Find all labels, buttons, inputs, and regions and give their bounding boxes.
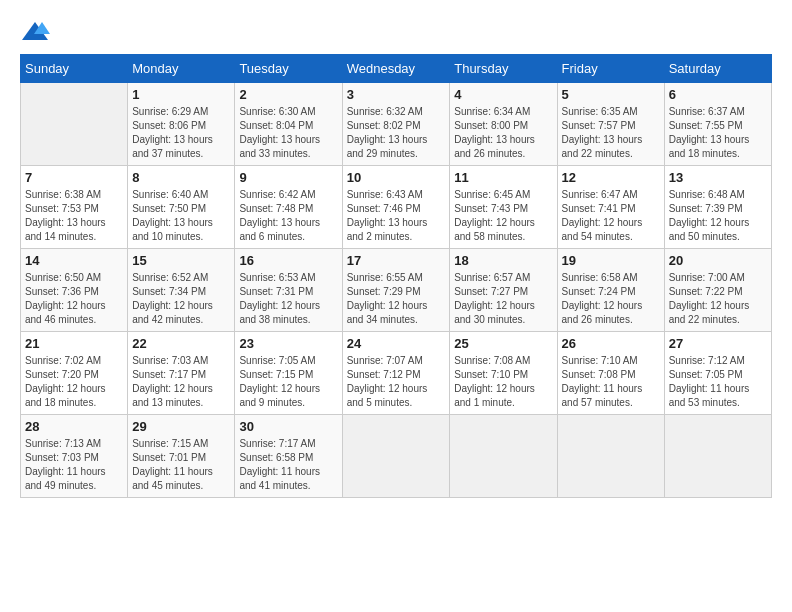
day-number: 15 xyxy=(132,253,230,268)
day-cell: 20Sunrise: 7:00 AMSunset: 7:22 PMDayligh… xyxy=(664,249,771,332)
day-cell: 18Sunrise: 6:57 AMSunset: 7:27 PMDayligh… xyxy=(450,249,557,332)
day-info: Sunrise: 7:17 AMSunset: 6:58 PMDaylight:… xyxy=(239,437,337,493)
day-info: Sunrise: 6:47 AMSunset: 7:41 PMDaylight:… xyxy=(562,188,660,244)
day-number: 8 xyxy=(132,170,230,185)
day-number: 28 xyxy=(25,419,123,434)
header-friday: Friday xyxy=(557,55,664,83)
day-number: 9 xyxy=(239,170,337,185)
day-cell: 16Sunrise: 6:53 AMSunset: 7:31 PMDayligh… xyxy=(235,249,342,332)
day-info: Sunrise: 6:35 AMSunset: 7:57 PMDaylight:… xyxy=(562,105,660,161)
day-cell xyxy=(664,415,771,498)
day-cell xyxy=(450,415,557,498)
day-info: Sunrise: 6:34 AMSunset: 8:00 PMDaylight:… xyxy=(454,105,552,161)
day-info: Sunrise: 6:37 AMSunset: 7:55 PMDaylight:… xyxy=(669,105,767,161)
day-info: Sunrise: 6:38 AMSunset: 7:53 PMDaylight:… xyxy=(25,188,123,244)
week-row-2: 7Sunrise: 6:38 AMSunset: 7:53 PMDaylight… xyxy=(21,166,772,249)
logo xyxy=(20,20,54,44)
day-number: 3 xyxy=(347,87,446,102)
day-number: 30 xyxy=(239,419,337,434)
day-number: 25 xyxy=(454,336,552,351)
calendar-table: SundayMondayTuesdayWednesdayThursdayFrid… xyxy=(20,54,772,498)
day-info: Sunrise: 6:40 AMSunset: 7:50 PMDaylight:… xyxy=(132,188,230,244)
day-info: Sunrise: 7:12 AMSunset: 7:05 PMDaylight:… xyxy=(669,354,767,410)
day-cell: 13Sunrise: 6:48 AMSunset: 7:39 PMDayligh… xyxy=(664,166,771,249)
header-wednesday: Wednesday xyxy=(342,55,450,83)
day-number: 17 xyxy=(347,253,446,268)
day-cell: 22Sunrise: 7:03 AMSunset: 7:17 PMDayligh… xyxy=(128,332,235,415)
day-info: Sunrise: 6:30 AMSunset: 8:04 PMDaylight:… xyxy=(239,105,337,161)
day-info: Sunrise: 7:02 AMSunset: 7:20 PMDaylight:… xyxy=(25,354,123,410)
day-number: 1 xyxy=(132,87,230,102)
day-cell: 30Sunrise: 7:17 AMSunset: 6:58 PMDayligh… xyxy=(235,415,342,498)
header-thursday: Thursday xyxy=(450,55,557,83)
header-saturday: Saturday xyxy=(664,55,771,83)
day-cell: 5Sunrise: 6:35 AMSunset: 7:57 PMDaylight… xyxy=(557,83,664,166)
day-number: 21 xyxy=(25,336,123,351)
day-number: 23 xyxy=(239,336,337,351)
day-info: Sunrise: 6:29 AMSunset: 8:06 PMDaylight:… xyxy=(132,105,230,161)
day-cell: 9Sunrise: 6:42 AMSunset: 7:48 PMDaylight… xyxy=(235,166,342,249)
day-info: Sunrise: 6:43 AMSunset: 7:46 PMDaylight:… xyxy=(347,188,446,244)
day-number: 5 xyxy=(562,87,660,102)
day-cell: 24Sunrise: 7:07 AMSunset: 7:12 PMDayligh… xyxy=(342,332,450,415)
day-cell: 27Sunrise: 7:12 AMSunset: 7:05 PMDayligh… xyxy=(664,332,771,415)
day-cell: 28Sunrise: 7:13 AMSunset: 7:03 PMDayligh… xyxy=(21,415,128,498)
day-number: 19 xyxy=(562,253,660,268)
day-number: 7 xyxy=(25,170,123,185)
day-cell: 11Sunrise: 6:45 AMSunset: 7:43 PMDayligh… xyxy=(450,166,557,249)
day-cell: 21Sunrise: 7:02 AMSunset: 7:20 PMDayligh… xyxy=(21,332,128,415)
day-info: Sunrise: 6:53 AMSunset: 7:31 PMDaylight:… xyxy=(239,271,337,327)
day-cell: 7Sunrise: 6:38 AMSunset: 7:53 PMDaylight… xyxy=(21,166,128,249)
day-cell: 23Sunrise: 7:05 AMSunset: 7:15 PMDayligh… xyxy=(235,332,342,415)
day-number: 26 xyxy=(562,336,660,351)
day-info: Sunrise: 6:32 AMSunset: 8:02 PMDaylight:… xyxy=(347,105,446,161)
day-number: 18 xyxy=(454,253,552,268)
day-cell: 8Sunrise: 6:40 AMSunset: 7:50 PMDaylight… xyxy=(128,166,235,249)
day-number: 29 xyxy=(132,419,230,434)
week-row-3: 14Sunrise: 6:50 AMSunset: 7:36 PMDayligh… xyxy=(21,249,772,332)
day-cell: 29Sunrise: 7:15 AMSunset: 7:01 PMDayligh… xyxy=(128,415,235,498)
day-cell: 12Sunrise: 6:47 AMSunset: 7:41 PMDayligh… xyxy=(557,166,664,249)
day-info: Sunrise: 7:08 AMSunset: 7:10 PMDaylight:… xyxy=(454,354,552,410)
day-cell xyxy=(342,415,450,498)
day-number: 4 xyxy=(454,87,552,102)
day-info: Sunrise: 7:00 AMSunset: 7:22 PMDaylight:… xyxy=(669,271,767,327)
day-number: 20 xyxy=(669,253,767,268)
day-number: 13 xyxy=(669,170,767,185)
day-info: Sunrise: 7:07 AMSunset: 7:12 PMDaylight:… xyxy=(347,354,446,410)
day-cell: 25Sunrise: 7:08 AMSunset: 7:10 PMDayligh… xyxy=(450,332,557,415)
day-info: Sunrise: 7:10 AMSunset: 7:08 PMDaylight:… xyxy=(562,354,660,410)
header-monday: Monday xyxy=(128,55,235,83)
day-cell: 15Sunrise: 6:52 AMSunset: 7:34 PMDayligh… xyxy=(128,249,235,332)
day-info: Sunrise: 6:48 AMSunset: 7:39 PMDaylight:… xyxy=(669,188,767,244)
day-number: 22 xyxy=(132,336,230,351)
day-info: Sunrise: 7:03 AMSunset: 7:17 PMDaylight:… xyxy=(132,354,230,410)
calendar-header-row: SundayMondayTuesdayWednesdayThursdayFrid… xyxy=(21,55,772,83)
day-cell xyxy=(557,415,664,498)
day-cell: 3Sunrise: 6:32 AMSunset: 8:02 PMDaylight… xyxy=(342,83,450,166)
day-info: Sunrise: 7:13 AMSunset: 7:03 PMDaylight:… xyxy=(25,437,123,493)
week-row-5: 28Sunrise: 7:13 AMSunset: 7:03 PMDayligh… xyxy=(21,415,772,498)
day-info: Sunrise: 6:57 AMSunset: 7:27 PMDaylight:… xyxy=(454,271,552,327)
day-number: 27 xyxy=(669,336,767,351)
day-number: 14 xyxy=(25,253,123,268)
day-info: Sunrise: 6:52 AMSunset: 7:34 PMDaylight:… xyxy=(132,271,230,327)
day-number: 2 xyxy=(239,87,337,102)
logo-icon xyxy=(20,20,50,44)
day-info: Sunrise: 7:15 AMSunset: 7:01 PMDaylight:… xyxy=(132,437,230,493)
day-cell: 14Sunrise: 6:50 AMSunset: 7:36 PMDayligh… xyxy=(21,249,128,332)
day-number: 12 xyxy=(562,170,660,185)
day-cell: 17Sunrise: 6:55 AMSunset: 7:29 PMDayligh… xyxy=(342,249,450,332)
day-info: Sunrise: 7:05 AMSunset: 7:15 PMDaylight:… xyxy=(239,354,337,410)
day-cell: 10Sunrise: 6:43 AMSunset: 7:46 PMDayligh… xyxy=(342,166,450,249)
day-cell: 26Sunrise: 7:10 AMSunset: 7:08 PMDayligh… xyxy=(557,332,664,415)
header-sunday: Sunday xyxy=(21,55,128,83)
day-info: Sunrise: 6:45 AMSunset: 7:43 PMDaylight:… xyxy=(454,188,552,244)
week-row-4: 21Sunrise: 7:02 AMSunset: 7:20 PMDayligh… xyxy=(21,332,772,415)
day-number: 6 xyxy=(669,87,767,102)
day-info: Sunrise: 6:50 AMSunset: 7:36 PMDaylight:… xyxy=(25,271,123,327)
header-tuesday: Tuesday xyxy=(235,55,342,83)
week-row-1: 1Sunrise: 6:29 AMSunset: 8:06 PMDaylight… xyxy=(21,83,772,166)
day-cell: 2Sunrise: 6:30 AMSunset: 8:04 PMDaylight… xyxy=(235,83,342,166)
day-number: 10 xyxy=(347,170,446,185)
